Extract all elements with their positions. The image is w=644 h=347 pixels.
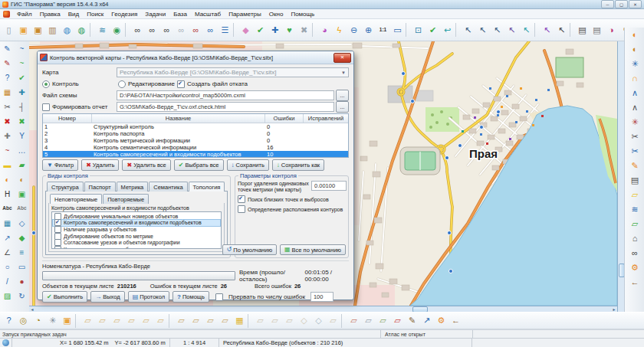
Контроль метрической информации[interactable]: 3 Контроль метрической информации 0 <box>43 137 348 144</box>
menu-item[interactable]: Правка <box>36 10 64 18</box>
map-scale[interactable]: 1 : 4 914 <box>170 339 219 347</box>
grid-sheets-icon[interactable]: ▦ <box>232 313 247 328</box>
line-tool-icon[interactable]: / <box>0 274 15 289</box>
check-item[interactable]: Контроль самопересечений и входимости по… <box>53 220 220 227</box>
exit-door-icon[interactable]: ← <box>626 275 643 290</box>
sheet-edit-icon[interactable]: ✎ <box>405 313 419 328</box>
sheet-h-icon[interactable]: ▱ <box>124 313 139 328</box>
Контроль самопересечений и входимости подобъектов[interactable]: 5 Контроль самопересечений и входимости … <box>43 151 348 158</box>
sheet-nodes-icon[interactable]: ✳ <box>45 313 60 328</box>
save-site-icon[interactable]: ◍ <box>74 23 89 38</box>
select-confirm-icon[interactable]: ✔ <box>253 23 268 38</box>
text-abc-alt-icon[interactable]: Abc <box>15 201 29 216</box>
add-map-icon[interactable]: ▣ <box>31 23 45 38</box>
edit-query-icon[interactable]: ? <box>0 70 15 85</box>
menu-item[interactable]: База <box>169 10 191 18</box>
map-watch-icon[interactable]: ◔ <box>31 313 45 328</box>
flashlight-area-icon[interactable]: ◐ <box>15 172 29 187</box>
flashlight-text-icon[interactable]: ◐ <box>0 172 15 187</box>
col-number[interactable]: Номер <box>43 114 92 123</box>
export-up-icon[interactable]: ↗ <box>419 313 434 328</box>
area-object-icon[interactable]: ▰ <box>15 158 29 172</box>
open-map-icon[interactable]: ▣ <box>16 23 31 38</box>
circle-tool-icon[interactable]: ○ <box>0 260 15 274</box>
select-polygon-icon[interactable]: ◆ <box>238 23 253 38</box>
select-add-icon[interactable]: ✚ <box>268 23 282 38</box>
edit-graph-icon[interactable]: ✳ <box>626 57 643 71</box>
sheet-light-6-icon[interactable]: ▱ <box>326 313 340 328</box>
protocol-button[interactable]: ▤ Протокол <box>128 291 169 303</box>
menu-item[interactable]: Задачи <box>141 10 169 18</box>
view-3d-icon[interactable]: ◕ <box>317 23 332 38</box>
save-as-button[interactable]: ↓ Сохранить как <box>272 159 324 171</box>
sheet-n-icon[interactable]: ▱ <box>153 313 168 328</box>
dialog-titlebar[interactable]: Контроль векторной карты - Республика Ка… <box>38 51 353 64</box>
limit-checkbox[interactable] <box>215 293 223 301</box>
pointer-panel-icon[interactable]: ↖ <box>475 23 490 38</box>
zoom-out-icon[interactable]: ⊖ <box>347 23 361 38</box>
edit-curve-icon[interactable]: ~ <box>0 143 15 158</box>
text-height-icon[interactable]: H <box>0 187 15 201</box>
search-disabled-icon[interactable]: ∞ <box>174 23 189 38</box>
move-object-icon[interactable]: ✚ <box>15 85 29 100</box>
zoom-frame-icon[interactable]: ▭ <box>390 23 405 38</box>
map-region-icon[interactable]: ◎ <box>16 313 31 328</box>
rollback-checkbox[interactable] <box>177 80 185 88</box>
rotate-tool-icon[interactable]: ↻ <box>15 289 29 303</box>
cut-graph-icon[interactable]: ✂ <box>626 144 643 159</box>
find-map-icon[interactable]: ∞ <box>626 246 643 260</box>
sheet-light-1-icon[interactable]: ▱ <box>253 313 268 328</box>
print-setup-icon[interactable]: ▤ <box>590 23 604 38</box>
sheet-add-icon[interactable]: ▱ <box>390 313 405 328</box>
accept-icon[interactable]: ✔ <box>426 23 440 38</box>
settings-gear-2-icon[interactable]: ⚙ <box>434 313 449 328</box>
copy-attributes-icon[interactable]: ▦ <box>0 85 15 100</box>
object-list-icon[interactable]: ☰ <box>218 23 232 38</box>
contours-checkbox[interactable] <box>238 205 245 213</box>
menu-item[interactable]: Файл <box>13 10 36 18</box>
menu-item[interactable]: Геодезия <box>107 10 141 18</box>
check-item[interactable]: Согласование урезов и объектов гидрограф… <box>53 239 220 246</box>
minimize-button[interactable]: ─ <box>601 0 614 8</box>
search-selected-icon[interactable]: ∞ <box>189 23 203 38</box>
pan-view-icon[interactable]: ⊡ <box>411 23 426 38</box>
help-edit-icon[interactable]: ? <box>2 313 16 328</box>
check-item[interactable]: Дублирование уникальных номеров объектов <box>53 213 220 220</box>
menu-item[interactable]: Поиск <box>83 10 107 18</box>
sheet-frame-icon[interactable]: ▱ <box>174 313 189 328</box>
layers-icon[interactable]: ≋ <box>95 23 110 38</box>
sheet-copy-icon[interactable]: ▱ <box>218 313 232 328</box>
help-button[interactable]: ? Помощь <box>172 291 209 303</box>
threshold-input[interactable] <box>311 181 347 191</box>
map-scheme-icon[interactable]: ▱ <box>626 217 643 231</box>
zoom-in-icon[interactable]: ⊕ <box>361 23 376 38</box>
sheet-check-icon[interactable]: ▱ <box>80 313 95 328</box>
undo-icon[interactable]: ↩ <box>440 23 455 38</box>
sheet-delete-icon[interactable]: ▱ <box>347 313 361 328</box>
sheet-p-icon[interactable]: ▱ <box>139 313 153 328</box>
tab-passport[interactable]: Паспорт <box>84 182 116 192</box>
exit-button[interactable]: → Выход <box>90 291 124 303</box>
menu-item[interactable]: Помощь <box>287 10 318 18</box>
control-radio[interactable] <box>42 80 50 88</box>
map-notes-icon[interactable]: ▱ <box>626 188 643 202</box>
split-line-icon[interactable]: ┤ <box>15 100 29 114</box>
pointer-copy-icon[interactable]: ↖ <box>504 23 519 38</box>
menu-item[interactable]: Масштаб <box>191 10 225 18</box>
menu-item[interactable]: Вид <box>64 10 83 18</box>
sheet-light-2-icon[interactable]: ▱ <box>268 313 282 328</box>
delete-all-button[interactable]: ✖ Удалить все <box>122 159 170 171</box>
dataset-icon[interactable]: ◉ <box>110 23 124 38</box>
cut-object-icon[interactable]: ✂ <box>0 100 15 114</box>
object-frame-icon[interactable]: ▣ <box>15 187 29 201</box>
tab-metric[interactable]: Метрика <box>117 182 149 192</box>
sheet-light-3-icon[interactable]: ▱ <box>282 313 297 328</box>
label-pencil-icon[interactable]: ✎ <box>626 159 643 173</box>
tab-semantic[interactable]: Семантика <box>149 182 187 192</box>
search-advanced-icon[interactable]: ∞ <box>159 23 174 38</box>
checkbox-icon[interactable] <box>54 239 61 246</box>
check-item[interactable]: Наличие разрыва у объектов <box>53 226 220 233</box>
map-combobox[interactable]: Республика Кабо-Верде [G:\OSM\Кабо-Верде… <box>117 67 349 77</box>
pointer-return-icon[interactable]: ↖ <box>519 23 534 38</box>
tab-topology[interactable]: Топология <box>189 182 225 192</box>
